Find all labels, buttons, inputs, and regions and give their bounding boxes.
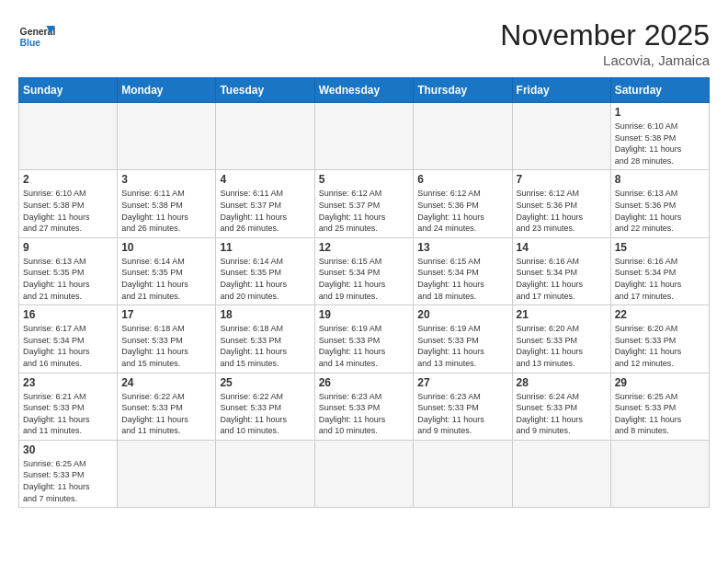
day-info: Sunrise: 6:21 AM Sunset: 5:33 PM Dayligh… <box>23 391 113 437</box>
calendar-cell <box>314 103 414 170</box>
calendar-week-row: 1Sunrise: 6:10 AM Sunset: 5:38 PM Daylig… <box>19 103 710 170</box>
title-block: November 2025 Lacovia, Jamaica <box>500 18 710 68</box>
calendar-cell: 8Sunrise: 6:13 AM Sunset: 5:36 PM Daylig… <box>610 170 709 237</box>
col-header-thursday: Thursday <box>414 78 512 103</box>
day-info: Sunrise: 6:13 AM Sunset: 5:35 PM Dayligh… <box>23 256 113 302</box>
day-number: 24 <box>121 376 211 389</box>
calendar-cell: 17Sunrise: 6:18 AM Sunset: 5:33 PM Dayli… <box>118 305 216 373</box>
day-info: Sunrise: 6:18 AM Sunset: 5:33 PM Dayligh… <box>121 323 211 369</box>
day-number: 21 <box>517 308 607 321</box>
day-number: 13 <box>417 241 507 254</box>
day-info: Sunrise: 6:17 AM Sunset: 5:34 PM Dayligh… <box>23 323 113 369</box>
col-header-tuesday: Tuesday <box>216 78 314 103</box>
calendar-cell <box>414 103 512 170</box>
day-number: 16 <box>23 308 113 321</box>
calendar-cell: 20Sunrise: 6:19 AM Sunset: 5:33 PM Dayli… <box>414 305 512 373</box>
month-title: November 2025 <box>500 18 710 52</box>
calendar-cell <box>610 440 709 507</box>
day-number: 9 <box>23 241 113 254</box>
day-number: 17 <box>121 308 211 321</box>
day-info: Sunrise: 6:22 AM Sunset: 5:33 PM Dayligh… <box>220 391 310 437</box>
calendar-cell: 1Sunrise: 6:10 AM Sunset: 5:38 PM Daylig… <box>610 103 709 170</box>
day-info: Sunrise: 6:12 AM Sunset: 5:36 PM Dayligh… <box>517 188 607 234</box>
day-number: 25 <box>220 376 310 389</box>
col-header-wednesday: Wednesday <box>314 78 414 103</box>
day-info: Sunrise: 6:12 AM Sunset: 5:36 PM Dayligh… <box>417 188 507 234</box>
col-header-saturday: Saturday <box>610 78 709 103</box>
calendar-cell: 25Sunrise: 6:22 AM Sunset: 5:33 PM Dayli… <box>216 373 314 440</box>
calendar-cell: 14Sunrise: 6:16 AM Sunset: 5:34 PM Dayli… <box>512 237 610 304</box>
day-number: 18 <box>220 308 310 321</box>
day-info: Sunrise: 6:10 AM Sunset: 5:38 PM Dayligh… <box>615 121 705 167</box>
calendar-cell: 4Sunrise: 6:11 AM Sunset: 5:37 PM Daylig… <box>216 170 314 237</box>
calendar-week-row: 9Sunrise: 6:13 AM Sunset: 5:35 PM Daylig… <box>19 237 710 304</box>
calendar-cell: 15Sunrise: 6:16 AM Sunset: 5:34 PM Dayli… <box>610 237 709 304</box>
calendar-cell <box>19 103 118 170</box>
calendar-cell <box>414 440 512 507</box>
day-number: 22 <box>615 308 705 321</box>
calendar-cell: 30Sunrise: 6:25 AM Sunset: 5:33 PM Dayli… <box>19 440 118 507</box>
day-number: 20 <box>417 308 507 321</box>
day-info: Sunrise: 6:16 AM Sunset: 5:34 PM Dayligh… <box>615 256 705 302</box>
day-number: 19 <box>319 308 410 321</box>
calendar-cell: 5Sunrise: 6:12 AM Sunset: 5:37 PM Daylig… <box>314 170 414 237</box>
calendar-cell: 21Sunrise: 6:20 AM Sunset: 5:33 PM Dayli… <box>512 305 610 373</box>
location: Lacovia, Jamaica <box>500 52 710 68</box>
calendar-cell: 7Sunrise: 6:12 AM Sunset: 5:36 PM Daylig… <box>512 170 610 237</box>
day-number: 2 <box>23 173 113 186</box>
day-number: 27 <box>417 376 507 389</box>
calendar-cell <box>512 440 610 507</box>
calendar-week-row: 16Sunrise: 6:17 AM Sunset: 5:34 PM Dayli… <box>19 305 710 373</box>
calendar-header-row: SundayMondayTuesdayWednesdayThursdayFrid… <box>19 78 710 103</box>
day-info: Sunrise: 6:23 AM Sunset: 5:33 PM Dayligh… <box>417 391 507 437</box>
calendar-cell: 24Sunrise: 6:22 AM Sunset: 5:33 PM Dayli… <box>118 373 216 440</box>
day-info: Sunrise: 6:15 AM Sunset: 5:34 PM Dayligh… <box>319 256 410 302</box>
calendar-table: SundayMondayTuesdayWednesdayThursdayFrid… <box>18 77 710 508</box>
day-info: Sunrise: 6:22 AM Sunset: 5:33 PM Dayligh… <box>121 391 211 437</box>
day-info: Sunrise: 6:18 AM Sunset: 5:33 PM Dayligh… <box>220 323 310 369</box>
day-number: 6 <box>417 173 507 186</box>
day-info: Sunrise: 6:25 AM Sunset: 5:33 PM Dayligh… <box>23 458 113 504</box>
day-number: 28 <box>517 376 607 389</box>
calendar-cell: 9Sunrise: 6:13 AM Sunset: 5:35 PM Daylig… <box>19 237 118 304</box>
day-number: 7 <box>517 173 607 186</box>
day-number: 1 <box>615 106 705 119</box>
day-number: 12 <box>319 241 410 254</box>
day-info: Sunrise: 6:20 AM Sunset: 5:33 PM Dayligh… <box>615 323 705 369</box>
day-info: Sunrise: 6:15 AM Sunset: 5:34 PM Dayligh… <box>417 256 507 302</box>
calendar-cell: 27Sunrise: 6:23 AM Sunset: 5:33 PM Dayli… <box>414 373 512 440</box>
calendar-cell <box>216 103 314 170</box>
day-info: Sunrise: 6:14 AM Sunset: 5:35 PM Dayligh… <box>220 256 310 302</box>
day-info: Sunrise: 6:11 AM Sunset: 5:38 PM Dayligh… <box>121 188 211 234</box>
calendar-cell: 18Sunrise: 6:18 AM Sunset: 5:33 PM Dayli… <box>216 305 314 373</box>
calendar-cell: 28Sunrise: 6:24 AM Sunset: 5:33 PM Dayli… <box>512 373 610 440</box>
day-info: Sunrise: 6:11 AM Sunset: 5:37 PM Dayligh… <box>220 188 310 234</box>
calendar-cell: 3Sunrise: 6:11 AM Sunset: 5:38 PM Daylig… <box>118 170 216 237</box>
day-number: 5 <box>319 173 410 186</box>
day-number: 23 <box>23 376 113 389</box>
calendar-cell: 26Sunrise: 6:23 AM Sunset: 5:33 PM Dayli… <box>314 373 414 440</box>
day-info: Sunrise: 6:10 AM Sunset: 5:38 PM Dayligh… <box>23 188 113 234</box>
day-number: 30 <box>23 443 113 456</box>
calendar-week-row: 2Sunrise: 6:10 AM Sunset: 5:38 PM Daylig… <box>19 170 710 237</box>
calendar-cell <box>118 440 216 507</box>
calendar-cell: 22Sunrise: 6:20 AM Sunset: 5:33 PM Dayli… <box>610 305 709 373</box>
day-number: 4 <box>220 173 310 186</box>
calendar-week-row: 23Sunrise: 6:21 AM Sunset: 5:33 PM Dayli… <box>19 373 710 440</box>
day-number: 8 <box>615 173 705 186</box>
svg-text:Blue: Blue <box>20 38 41 48</box>
calendar-cell: 23Sunrise: 6:21 AM Sunset: 5:33 PM Dayli… <box>19 373 118 440</box>
calendar-week-row: 30Sunrise: 6:25 AM Sunset: 5:33 PM Dayli… <box>19 440 710 507</box>
day-info: Sunrise: 6:20 AM Sunset: 5:33 PM Dayligh… <box>517 323 607 369</box>
calendar-cell: 10Sunrise: 6:14 AM Sunset: 5:35 PM Dayli… <box>118 237 216 304</box>
calendar-cell: 13Sunrise: 6:15 AM Sunset: 5:34 PM Dayli… <box>414 237 512 304</box>
col-header-monday: Monday <box>118 78 216 103</box>
calendar-cell: 11Sunrise: 6:14 AM Sunset: 5:35 PM Dayli… <box>216 237 314 304</box>
logo: General Blue <box>18 18 55 55</box>
day-info: Sunrise: 6:23 AM Sunset: 5:33 PM Dayligh… <box>319 391 410 437</box>
calendar-cell <box>314 440 414 507</box>
day-info: Sunrise: 6:16 AM Sunset: 5:34 PM Dayligh… <box>517 256 607 302</box>
day-number: 3 <box>121 173 211 186</box>
page-header: General Blue November 2025 Lacovia, Jama… <box>18 18 710 68</box>
calendar-cell: 12Sunrise: 6:15 AM Sunset: 5:34 PM Dayli… <box>314 237 414 304</box>
